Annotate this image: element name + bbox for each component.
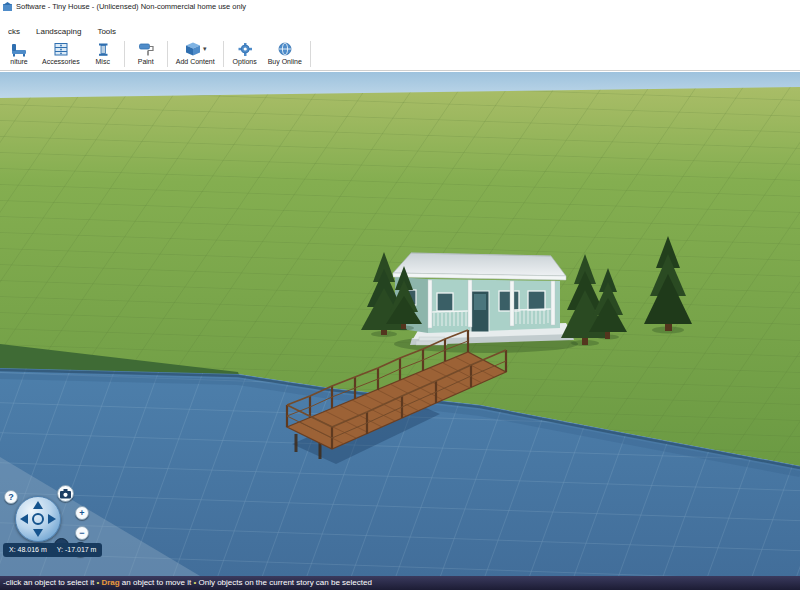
zoom-out-button[interactable]: − [75,526,89,540]
accessories-icon [52,40,70,57]
toolbar-separator [223,41,224,67]
menu-tools[interactable]: Tools [89,25,124,38]
scene-3d [0,72,800,576]
house-roof [393,253,566,276]
accessories-button[interactable]: Accessories [37,38,85,70]
paint-icon [137,40,155,57]
add-content-icon: ▾ [184,40,207,57]
window-title: Software - Tiny House - (Unlicensed) Non… [16,2,246,11]
options-label: Options [233,58,257,65]
title-bar: Software - Tiny House - (Unlicensed) Non… [0,0,800,13]
buy-online-icon [276,40,294,57]
furniture-icon [10,40,28,57]
house-window [528,291,545,310]
coordinate-y: Y: -17.017 m [57,543,97,557]
menu-decks[interactable]: cks [0,25,28,38]
coordinate-x: X: 48.016 m [9,543,47,557]
misc-icon [94,40,112,57]
furniture-button[interactable]: niture [1,38,37,70]
pan-up-icon[interactable] [33,501,43,509]
status-keyword-drag: Drag [101,578,119,587]
furniture-label: niture [10,58,28,65]
bottom-strip [0,590,800,600]
zoom-in-button[interactable]: + [75,506,89,520]
house-window [437,293,453,311]
coordinates-readout: X: 48.016 m Y: -17.017 m [3,543,102,557]
pan-left-icon[interactable] [20,514,28,524]
camera-icon [59,488,72,500]
misc-label: Misc [96,58,110,65]
options-button[interactable]: Options [227,38,263,70]
house-window [499,291,519,311]
pan-down-icon[interactable] [33,529,43,537]
buy-online-label: Buy Online [268,58,302,65]
camera-3d-view[interactable]: ? + − ▲ ▼ X: 48.016 m Y: -17.017 m [0,72,800,576]
accessories-label: Accessories [42,58,80,65]
toolbar: niture Accessories Misc [0,38,800,71]
tiny-house[interactable] [393,253,578,353]
toolbar-separator [310,41,311,67]
paint-label: Paint [138,58,154,65]
status-hint: -click an object to select it [3,578,94,587]
add-content-dropdown-icon[interactable]: ▾ [203,45,207,53]
status-bar: -click an object to select it • Drag an … [0,576,800,590]
toolbar-separator [167,41,168,67]
misc-button[interactable]: Misc [85,38,121,70]
paint-button[interactable]: Paint [128,38,164,70]
camera-button[interactable] [57,485,74,502]
toolbar-separator [124,41,125,67]
status-hint: Only objects on the current story can be… [198,578,371,587]
options-icon [236,40,254,57]
menu-bar: cks Landscaping Tools [0,24,800,38]
add-content-button[interactable]: ▾ Add Content [171,38,220,70]
pan-right-icon[interactable] [48,514,56,524]
buy-online-button[interactable]: Buy Online [263,38,307,70]
help-button[interactable]: ? [4,490,18,504]
status-hint: an object to move it [120,578,192,587]
app-icon [3,2,12,11]
pan-center-icon[interactable] [32,513,44,525]
add-content-label: Add Content [176,58,215,65]
pan-pad[interactable] [15,496,61,542]
menu-landscaping[interactable]: Landscaping [28,25,89,38]
